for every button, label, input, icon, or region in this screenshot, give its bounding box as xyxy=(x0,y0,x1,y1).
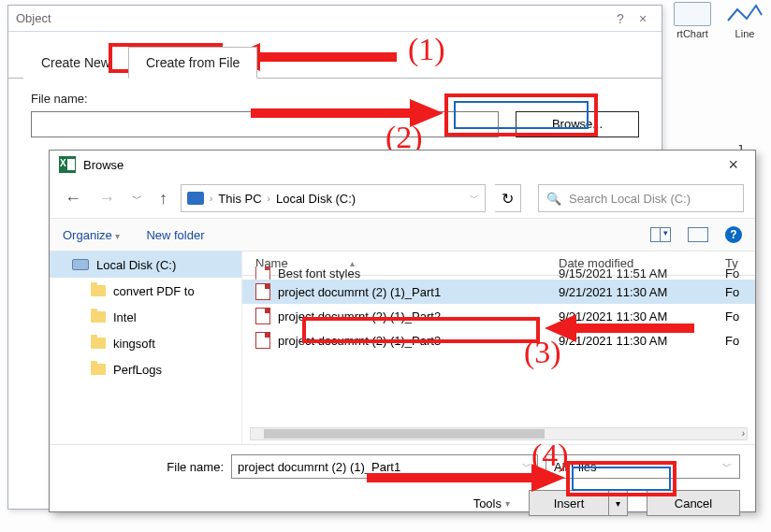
browse-close-button[interactable]: × xyxy=(720,155,746,175)
object-filename-input[interactable] xyxy=(31,111,499,137)
annotation-label-4: (4) xyxy=(531,438,569,473)
tab-create-new[interactable]: Create New xyxy=(23,47,128,79)
pdf-icon xyxy=(255,332,270,349)
view-options-button[interactable]: ▾ xyxy=(650,227,671,242)
excel-ribbon-slice: rtChart Line xyxy=(666,0,771,51)
ribbon-line[interactable]: Line xyxy=(719,0,771,51)
search-placeholder: Search Local Disk (C:) xyxy=(569,192,691,206)
browse-dialog: Browse × ← → ﹀ ↑ › This PC › Local Disk … xyxy=(49,150,756,512)
file-list: Name▴ Date modified Ty Best font styles … xyxy=(242,252,755,444)
help-icon[interactable]: ? xyxy=(725,226,742,243)
new-folder-button[interactable]: New folder xyxy=(146,228,204,242)
address-dropdown-icon[interactable]: ﹀ xyxy=(470,192,479,205)
organize-menu[interactable]: Organize ▾ xyxy=(63,228,120,242)
refresh-button[interactable]: ↻ xyxy=(495,184,521,212)
file-row[interactable]: project documrnt (2) (1)_Part3 9/21/2021… xyxy=(242,328,755,352)
folder-icon xyxy=(91,338,106,349)
address-breadcrumb[interactable]: › This PC › Local Disk (C:) ﹀ xyxy=(181,184,486,212)
nav-up-button[interactable]: ↑ xyxy=(155,187,171,210)
pc-icon xyxy=(187,192,204,205)
object-dialog-title: Object xyxy=(16,11,51,25)
line-icon xyxy=(726,2,764,26)
nav-forward-button[interactable]: → xyxy=(95,187,119,210)
folder-icon xyxy=(91,364,106,375)
drive-icon xyxy=(72,259,89,270)
tree-folder[interactable]: kingsoft xyxy=(50,330,241,356)
folder-icon xyxy=(91,285,106,296)
nav-recent-dropdown[interactable]: ﹀ xyxy=(128,190,146,208)
annotation-label-3: (3) xyxy=(524,335,561,370)
help-button[interactable]: ? xyxy=(609,11,632,26)
pivotchart-icon xyxy=(674,2,711,26)
search-input[interactable]: 🔍 Search Local Disk (C:) xyxy=(538,184,744,212)
annotation-label-1: (1) xyxy=(408,32,445,67)
browse-titlebar: Browse × xyxy=(50,151,755,179)
file-row[interactable]: project documrnt (2) (1)_Part2 9/21/2021… xyxy=(242,304,755,328)
browse-button[interactable]: Browse... xyxy=(516,111,639,137)
pdf-icon xyxy=(255,308,270,324)
file-row[interactable]: Best font styles 9/15/2021 11:51 AM Fo xyxy=(242,266,755,280)
tree-local-disk-c[interactable]: Local Disk (C:) xyxy=(50,252,241,278)
nav-back-button[interactable]: ← xyxy=(61,187,85,210)
tools-menu[interactable]: Tools ▾ xyxy=(473,496,510,510)
browse-cancel-button[interactable]: Cancel xyxy=(647,490,740,516)
browse-toolbar: Organize ▾ New folder ▾ ? xyxy=(50,218,755,252)
ribbon-pivotchart[interactable]: rtChart xyxy=(666,0,719,51)
insert-button[interactable]: Insert ▾ xyxy=(529,490,628,516)
horizontal-scrollbar[interactable]: › xyxy=(250,427,748,440)
ribbon-pivotchart-label: rtChart xyxy=(676,28,708,39)
annotation-focus-insert xyxy=(572,467,671,491)
browse-filename-label: File name: xyxy=(65,460,224,474)
pdf-icon xyxy=(255,283,270,300)
nav-tree[interactable]: Local Disk (C:) convert PDF to Intel kin… xyxy=(50,252,242,444)
tree-folder[interactable]: convert PDF to xyxy=(50,278,241,304)
tab-create-from-file[interactable]: Create from File xyxy=(128,47,257,79)
pdf-icon xyxy=(255,266,270,280)
insert-dropdown[interactable]: ▾ xyxy=(609,490,628,516)
browse-filename-input[interactable]: project documrnt (2) (1)_Part1﹀ xyxy=(231,454,538,479)
search-icon: 🔍 xyxy=(546,192,561,206)
chevron-down-icon: ﹀ xyxy=(722,460,732,473)
ribbon-line-label: Line xyxy=(735,28,755,39)
close-button[interactable]: × xyxy=(632,11,654,26)
tree-folder[interactable]: PerfLogs xyxy=(50,356,241,382)
tree-folder[interactable]: Intel xyxy=(50,304,241,330)
object-dialog-titlebar: Object ? × xyxy=(8,6,662,32)
browse-navbar: ← → ﹀ ↑ › This PC › Local Disk (C:) ﹀ ↻ … xyxy=(50,179,755,218)
folder-icon xyxy=(91,311,106,323)
file-row-selected[interactable]: project documrnt (2) (1)_Part1 9/21/2021… xyxy=(242,280,755,304)
crumb-this-pc[interactable]: This PC xyxy=(218,192,261,206)
preview-pane-button[interactable] xyxy=(688,227,708,242)
browse-title: Browse xyxy=(83,158,124,172)
filename-dropdown-icon[interactable]: ﹀ xyxy=(522,460,531,473)
excel-icon xyxy=(59,156,76,173)
file-name-label: File name: xyxy=(31,92,639,106)
crumb-drive[interactable]: Local Disk (C:) xyxy=(276,192,356,206)
